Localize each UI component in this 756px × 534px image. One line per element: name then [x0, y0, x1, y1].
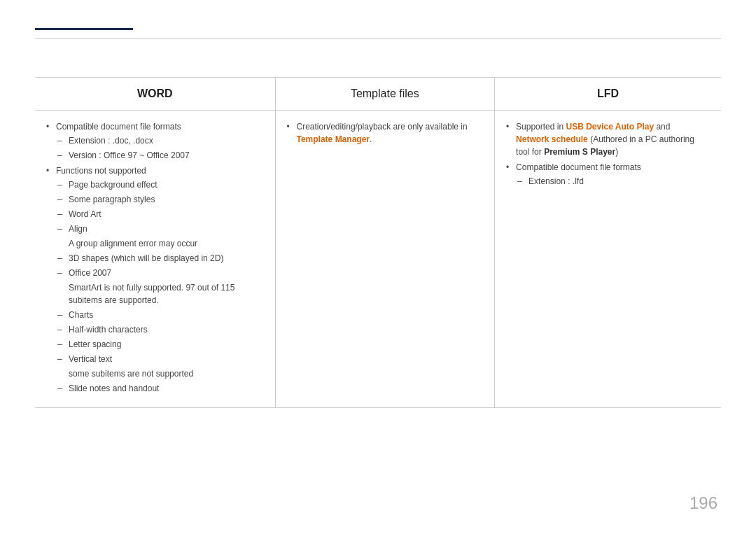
word-sub-5-1: Slide notes and handout	[56, 382, 264, 395]
word-cell: Compatible document file formats Extensi…	[35, 111, 275, 408]
align-indent: A group alignment error may occur	[56, 237, 264, 250]
page-container: WORD Template files LFD	[0, 0, 756, 534]
word-sub-3-1: 3D shapes (which will be displayed in 2D…	[56, 252, 264, 265]
word-sub-3-2: Office 2007	[56, 267, 264, 279]
template-bullet-1: Creation/editing/playback are only avail…	[287, 120, 484, 146]
usb-device-auto-play: USB Device Auto Play	[566, 122, 654, 132]
word-sub-1-2: Version : Office 97 ~ Office 2007	[56, 149, 264, 162]
network-schedule: Network schedule	[516, 134, 588, 144]
top-divider-line	[35, 38, 721, 39]
word-sub-4-1: Charts	[56, 309, 264, 321]
premium-s-player: Premium S Player	[544, 147, 615, 157]
word-sub-2-2: Some paragraph styles	[56, 193, 264, 206]
top-accent-line	[35, 28, 133, 30]
column-header-template: Template files	[275, 78, 495, 111]
office-indent: SmartArt is not fully supported. 97 out …	[56, 281, 264, 307]
page-number: 196	[690, 493, 718, 513]
lfd-sub-1-1: Extension : .lfd	[516, 175, 710, 188]
vertical-indent: some subitems are not supported	[56, 367, 264, 380]
template-manager-link: Template Manager	[297, 134, 370, 144]
column-header-word: WORD	[35, 78, 275, 111]
template-cell: Creation/editing/playback are only avail…	[275, 111, 495, 408]
comparison-table: WORD Template files LFD	[35, 77, 721, 408]
word-sub-4-2: Half-width characters	[56, 323, 264, 336]
word-sub-1-1: Extension : .doc, .docx	[56, 134, 264, 147]
lfd-cell: Supported in USB Device Auto Play and Ne…	[495, 111, 721, 408]
word-sub-4-4: Vertical text	[56, 353, 264, 365]
word-sub-4-3: Letter spacing	[56, 338, 264, 351]
main-table-wrapper: WORD Template files LFD	[35, 77, 721, 408]
column-header-lfd: LFD	[495, 78, 721, 111]
lfd-bullet-1: Supported in USB Device Auto Play and Ne…	[506, 120, 710, 158]
word-bullet-1: Compatible document file formats Extensi…	[46, 120, 264, 162]
word-bullet-2: Functions not supported Page background …	[46, 164, 264, 395]
word-sub-2-1: Page background effect	[56, 178, 264, 191]
lfd-bullet-2: Compatible document file formats Extensi…	[506, 161, 710, 188]
word-sub-2-3: Word Art	[56, 208, 264, 220]
word-sub-2-4: Align	[56, 223, 264, 235]
